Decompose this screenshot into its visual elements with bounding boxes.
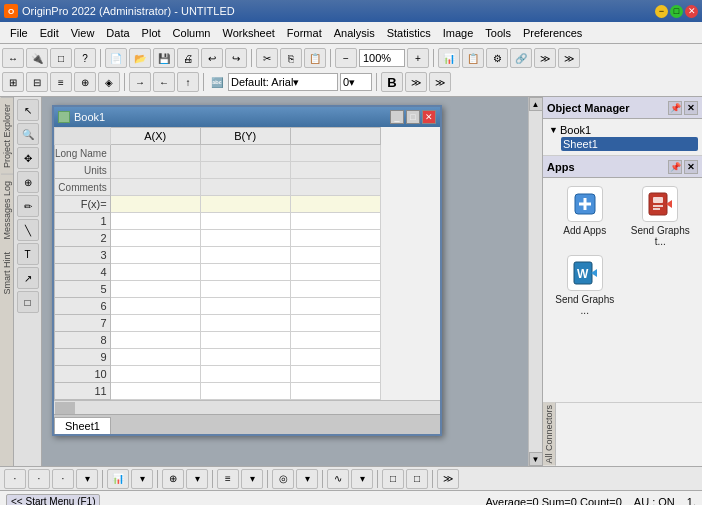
row-6-a[interactable] [110,298,200,315]
tb2-6[interactable]: → [129,72,151,92]
longname-b[interactable] [200,145,290,162]
tb-settings[interactable]: ⚙ [486,48,508,68]
longname-a[interactable] [110,145,200,162]
tb-zoom-in[interactable]: + [407,48,429,68]
menu-format[interactable]: Format [281,25,328,41]
bt-9[interactable]: ▾ [241,469,263,489]
scroll-down[interactable]: ▼ [529,452,543,466]
row-11-b[interactable] [200,383,290,400]
bt-11[interactable]: ▾ [296,469,318,489]
row-2-a[interactable] [110,230,200,247]
row-7-a[interactable] [110,315,200,332]
smart-hint-label[interactable]: Smart Hint [1,246,13,301]
zoom-input[interactable]: 100% [359,49,405,67]
book-hscroll[interactable] [54,400,440,414]
tb-more3[interactable]: ≫ [405,72,427,92]
menu-column[interactable]: Column [167,25,217,41]
row-5-b[interactable] [200,281,290,298]
connectors-label[interactable]: All Connectors [543,403,556,466]
row-9-a[interactable] [110,349,200,366]
row-10-a[interactable] [110,366,200,383]
menu-preferences[interactable]: Preferences [517,25,588,41]
tb2-7[interactable]: ← [153,72,175,92]
app-send-word[interactable]: W Send Graphs ... [551,255,619,316]
tb2-2[interactable]: ⊟ [26,72,48,92]
tb2-3[interactable]: ≡ [50,72,72,92]
apps-pin-icon[interactable]: 📌 [668,160,682,174]
tb-help[interactable]: ? [74,48,96,68]
bt-4[interactable]: ▾ [76,469,98,489]
app-add-apps[interactable]: Add Apps [551,186,619,247]
tb-connectivity[interactable]: 🔌 [26,48,48,68]
bt-10[interactable]: ◎ [272,469,294,489]
tb-redo[interactable]: ↪ [225,48,247,68]
tb-cut[interactable]: ✂ [256,48,278,68]
row-9-b[interactable] [200,349,290,366]
om-pin-icon[interactable]: 📌 [668,101,682,115]
units-a[interactable] [110,162,200,179]
tb2-8[interactable]: ↑ [177,72,199,92]
menu-tools[interactable]: Tools [479,25,517,41]
row-6-b[interactable] [200,298,290,315]
tool-pointer[interactable]: ↖ [17,99,39,121]
font-size-dropdown[interactable]: 0▾ [340,73,372,91]
row-7-b[interactable] [200,315,290,332]
row-8-a[interactable] [110,332,200,349]
om-close-icon[interactable]: ✕ [684,101,698,115]
bt-5[interactable]: ▾ [131,469,153,489]
apps-close-icon[interactable]: ✕ [684,160,698,174]
bt-12[interactable]: ∿ [327,469,349,489]
tb-zoom-out[interactable]: − [335,48,357,68]
row-1-a[interactable] [110,213,200,230]
tool-region[interactable]: □ [17,291,39,313]
vert-scrollbar[interactable]: ▲ ▼ [528,97,542,466]
row-8-b[interactable] [200,332,290,349]
menu-image[interactable]: Image [437,25,480,41]
tb-link[interactable]: 🔗 [510,48,532,68]
tb2-1[interactable]: ⊞ [2,72,24,92]
messages-log-label[interactable]: Messages Log [1,174,13,246]
bt-1[interactable]: · [4,469,26,489]
tb-graph[interactable]: 📊 [438,48,460,68]
tb-window[interactable]: □ [50,48,72,68]
tb-more2[interactable]: ≫ [558,48,580,68]
tb-undo[interactable]: ↩ [201,48,223,68]
menu-analysis[interactable]: Analysis [328,25,381,41]
tb2-5[interactable]: ◈ [98,72,120,92]
menu-view[interactable]: View [65,25,101,41]
book1-close[interactable]: ✕ [422,110,436,124]
tb2-4[interactable]: ⊕ [74,72,96,92]
row-4-a[interactable] [110,264,200,281]
menu-file[interactable]: File [4,25,34,41]
row-2-b[interactable] [200,230,290,247]
tb-paste[interactable]: 📋 [304,48,326,68]
fx-b[interactable] [200,196,290,213]
start-menu-button[interactable]: << Start Menu (F1) [6,494,100,505]
close-button[interactable]: ✕ [685,5,698,18]
sheet1-tab[interactable]: Sheet1 [54,417,111,434]
row-11-a[interactable] [110,383,200,400]
bt-3[interactable]: · [52,469,74,489]
row-10-b[interactable] [200,366,290,383]
tool-move[interactable]: ✥ [17,147,39,169]
bt-16[interactable]: ≫ [437,469,459,489]
row-5-a[interactable] [110,281,200,298]
tb-new[interactable]: 📄 [105,48,127,68]
om-book-item[interactable]: ▼ Book1 [547,123,698,137]
col-b-header[interactable]: B(Y) [200,128,290,145]
tb-open[interactable]: 📂 [129,48,151,68]
menu-plot[interactable]: Plot [136,25,167,41]
tb-copy[interactable]: ⎘ [280,48,302,68]
comments-b[interactable] [200,179,290,196]
bt-15[interactable]: □ [406,469,428,489]
tool-pan[interactable]: ⊕ [17,171,39,193]
hscroll-thumb[interactable] [55,402,75,414]
row-3-a[interactable] [110,247,200,264]
row-1-b[interactable] [200,213,290,230]
bt-13[interactable]: ▾ [351,469,373,489]
tool-arrow[interactable]: ↗ [17,267,39,289]
project-explorer-label[interactable]: Project Explorer [1,97,13,174]
maximize-button[interactable]: □ [670,5,683,18]
menu-worksheet[interactable]: Worksheet [216,25,280,41]
menu-edit[interactable]: Edit [34,25,65,41]
